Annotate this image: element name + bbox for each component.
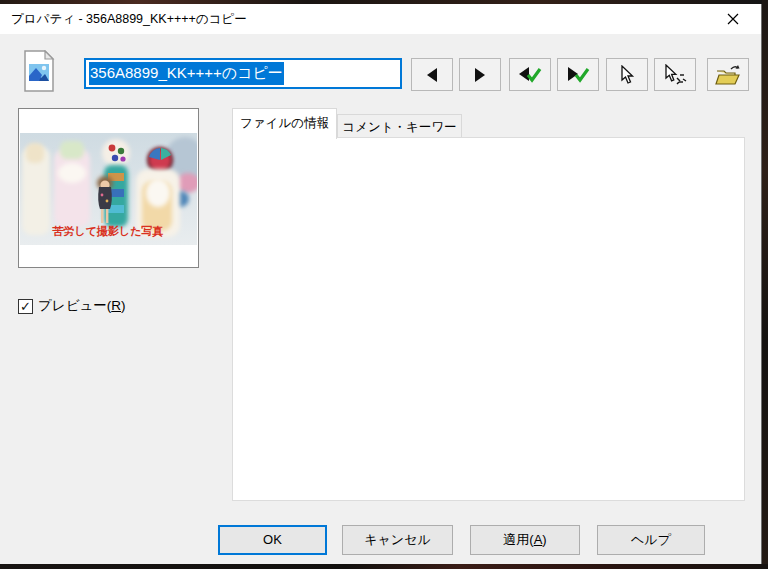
preview-image: 苦労して撮影した写真 xyxy=(20,133,197,245)
prev-image-icon xyxy=(425,67,439,83)
help-button[interactable]: ヘルプ xyxy=(597,525,705,555)
filename-selected-text: 356A8899_KK++++のコピー xyxy=(89,62,284,85)
check-icon: ✓ xyxy=(20,300,31,313)
select-cursor-button[interactable] xyxy=(606,58,648,91)
desktop-background-bottom xyxy=(0,564,768,569)
window-title: プロパティ - 356A8899_KK++++のコピー xyxy=(11,4,247,34)
preview-checkbox[interactable]: ✓ xyxy=(18,299,33,314)
ok-button[interactable]: OK xyxy=(218,525,327,555)
open-folder-button[interactable] xyxy=(707,58,749,91)
select-click-button[interactable] xyxy=(654,58,696,91)
open-folder-icon xyxy=(715,64,741,86)
tab-comment-keyword[interactable]: コメント・キーワード xyxy=(337,114,462,139)
apply-button[interactable]: 適用(A) xyxy=(470,525,580,555)
next-checked-image-button[interactable] xyxy=(557,58,599,91)
cursor-click-icon xyxy=(663,64,687,86)
close-icon xyxy=(727,13,739,25)
preview-caption: 苦労して撮影した写真 xyxy=(51,225,163,238)
cancel-button[interactable]: キャンセル xyxy=(342,525,453,555)
cursor-icon xyxy=(619,65,635,85)
close-button[interactable] xyxy=(710,4,755,34)
prev-image-button[interactable] xyxy=(411,58,453,91)
preview-checkbox-label: プレビュー(R) xyxy=(38,297,126,315)
next-image-icon xyxy=(473,67,487,83)
arrow-left-check-icon xyxy=(518,66,542,84)
filename-input[interactable]: 356A8899_KK++++のコピー xyxy=(84,58,402,89)
desktop-background-right xyxy=(762,0,768,569)
tab-file-info[interactable]: ファイルの情報 xyxy=(232,108,337,139)
file-info-panel xyxy=(232,137,745,501)
image-file-icon xyxy=(23,50,55,92)
preview-box: 苦労して撮影した写真 xyxy=(18,108,199,268)
window-titlebar: プロパティ - 356A8899_KK++++のコピー xyxy=(0,4,761,34)
arrow-right-check-icon xyxy=(566,66,590,84)
next-image-button[interactable] xyxy=(459,58,501,91)
prev-checked-image-button[interactable] xyxy=(509,58,551,91)
properties-dialog: プロパティ - 356A8899_KK++++のコピー 356A8899_KK+… xyxy=(0,4,762,564)
